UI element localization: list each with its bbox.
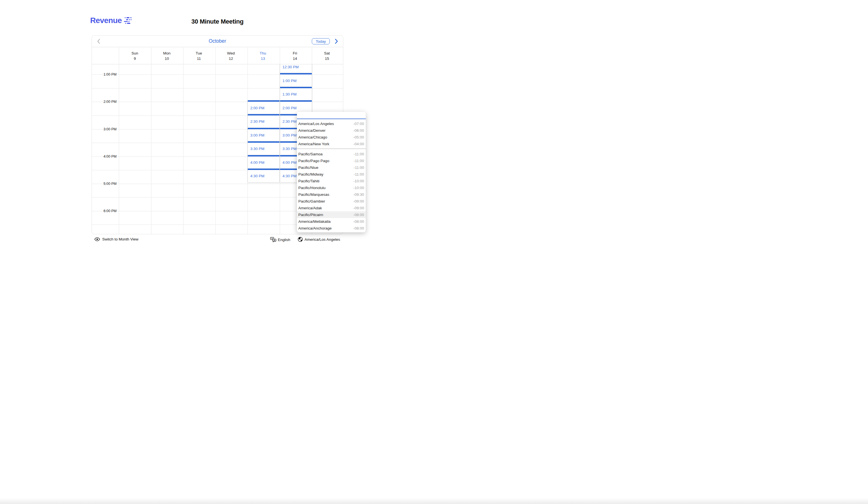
timezone-dropdown: America/Los Angeles-07:00America/Denver-… bbox=[297, 112, 366, 232]
time-slot-button-thu-230pm[interactable]: 2:30 PM bbox=[248, 114, 279, 128]
hour-label: 1:00 PM bbox=[92, 72, 116, 76]
timezone-option-offset: -04:00 bbox=[353, 142, 364, 146]
timezone-option-name: Pacific/Pitcairn bbox=[298, 213, 323, 217]
page-title: 30 Minute Meeting bbox=[92, 18, 343, 25]
time-slot-button-thu-330pm[interactable]: 3:30 PM bbox=[248, 141, 279, 155]
timezone-label: America/Los Angeles bbox=[304, 237, 340, 241]
hour-label: 4:00 PM bbox=[92, 155, 116, 158]
timezone-option-offset: -10:00 bbox=[353, 186, 364, 190]
timezone-option-name: Pacific/Gambier bbox=[298, 199, 325, 203]
timezone-option-offset: -09:30 bbox=[353, 193, 364, 197]
hour-label: 5:00 PM bbox=[92, 182, 116, 186]
timezone-option-offset: -07:00 bbox=[353, 122, 364, 126]
month-title: October bbox=[92, 38, 343, 44]
time-slot-button-fri-130pm[interactable]: 1:30 PM bbox=[280, 87, 312, 101]
day-header-mon: Mon10 bbox=[151, 48, 183, 64]
timezone-group-divider bbox=[297, 148, 366, 149]
timezone-option-offset: -08:00 bbox=[353, 226, 364, 230]
hour-label: 6:00 PM bbox=[92, 209, 116, 213]
timezone-option-name: Pacific/Honolulu bbox=[298, 186, 326, 190]
timezone-option-name: Pacific/Marquesas bbox=[298, 193, 329, 197]
timezone-option-name: Pacific/Midway bbox=[298, 172, 323, 176]
globe-icon bbox=[298, 237, 303, 242]
svg-text:A: A bbox=[273, 239, 275, 241]
timezone-option-offset: -11:00 bbox=[354, 159, 364, 163]
timezone-option-name: America/Metlakatla bbox=[298, 219, 331, 224]
timezone-option[interactable]: Pacific/Tahiti-10:00 bbox=[297, 177, 366, 184]
timezone-option-offset: -06:00 bbox=[353, 128, 364, 133]
timezone-option[interactable]: Pacific/Pago Pago-11:00 bbox=[297, 157, 366, 164]
timezone-option[interactable]: America/Los Angeles-07:00 bbox=[297, 120, 366, 127]
today-button[interactable]: Today bbox=[312, 38, 330, 44]
calendar-header: October Today bbox=[92, 36, 343, 47]
time-slot-button-thu-300pm[interactable]: 3:00 PM bbox=[248, 128, 279, 142]
timezone-option-name: America/New York bbox=[298, 142, 329, 146]
timezone-option-name: Pacific/Niue bbox=[298, 165, 318, 170]
switch-view-label: Switch to Month View bbox=[102, 237, 138, 241]
eye-icon bbox=[94, 237, 100, 241]
day-header-sat: Sat15 bbox=[311, 48, 343, 64]
time-slot-button-fri-1230pm[interactable]: 12:30 PM bbox=[280, 64, 312, 73]
timezone-option-name: Pacific/Tahiti bbox=[298, 179, 319, 183]
switch-to-month-view-button[interactable]: Switch to Month View bbox=[94, 237, 138, 241]
timezone-option-offset: -11:00 bbox=[354, 165, 364, 170]
hour-label: 3:00 PM bbox=[92, 127, 116, 131]
day-header-fri: Fri14 bbox=[279, 48, 311, 64]
language-button[interactable]: ★ A English bbox=[270, 237, 290, 243]
timezone-option-offset: -10:00 bbox=[353, 179, 364, 183]
timezone-option-offset: -11:00 bbox=[354, 172, 364, 176]
timezone-option[interactable]: America/Anchorage-08:00 bbox=[297, 225, 366, 232]
timezone-option-name: America/Adak bbox=[298, 206, 322, 210]
timezone-option[interactable]: America/Denver-06:00 bbox=[297, 127, 366, 134]
time-slot-button-thu-430pm[interactable]: 4:30 PM bbox=[248, 168, 279, 182]
timezone-option[interactable]: Pacific/Pitcairn-08:00 bbox=[297, 211, 366, 218]
timezone-search-input[interactable] bbox=[297, 112, 366, 119]
next-week-button[interactable] bbox=[333, 38, 340, 45]
timezone-list: America/Los Angeles-07:00America/Denver-… bbox=[297, 119, 366, 232]
day-header-tue: Tue11 bbox=[183, 48, 215, 64]
translate-icon: ★ A bbox=[270, 237, 276, 243]
timezone-option-name: Pacific/Samoa bbox=[298, 152, 322, 156]
time-slot-button-thu-400pm[interactable]: 4:00 PM bbox=[248, 155, 279, 169]
timezone-option[interactable]: America/Adak-09:00 bbox=[297, 205, 366, 211]
chevron-right-icon bbox=[333, 38, 340, 45]
timezone-option[interactable]: America/Chicago-05:00 bbox=[297, 134, 366, 141]
timezone-option-offset: -05:00 bbox=[353, 135, 364, 139]
day-header-sun: Sun9 bbox=[119, 48, 151, 64]
day-header-wed: Wed12 bbox=[215, 48, 247, 64]
timezone-option[interactable]: Pacific/Samoa-11:00 bbox=[297, 151, 366, 157]
timezone-option-offset: -11:00 bbox=[354, 152, 364, 156]
hour-label: 2:00 PM bbox=[92, 100, 116, 104]
day-header-thu: Thu13 bbox=[247, 48, 279, 64]
timezone-option-name: America/Los Angeles bbox=[298, 122, 334, 126]
timezone-option-name: America/Anchorage bbox=[298, 226, 332, 230]
language-label: English bbox=[278, 238, 290, 242]
timezone-option[interactable]: Pacific/Niue-11:00 bbox=[297, 164, 366, 171]
timezone-option-name: America/Denver bbox=[298, 128, 326, 133]
timezone-option[interactable]: Pacific/Gambier-09:00 bbox=[297, 198, 366, 205]
timezone-option[interactable]: America/Metlakatla-08:00 bbox=[297, 218, 366, 225]
timezone-option-offset: -09:00 bbox=[353, 199, 364, 203]
timezone-option-name: America/Chicago bbox=[298, 135, 327, 139]
timezone-option-offset: -09:00 bbox=[353, 206, 364, 210]
time-slot-button-fri-100pm[interactable]: 1:00 PM bbox=[280, 73, 312, 87]
day-header-row: Sun9Mon10Tue11Wed12Thu13Fri14Sat15 bbox=[92, 48, 343, 64]
svg-text:★: ★ bbox=[271, 237, 273, 239]
timezone-option-offset: -08:00 bbox=[353, 213, 364, 217]
timezone-option[interactable]: Pacific/Midway-11:00 bbox=[297, 171, 366, 177]
timezone-option[interactable]: Pacific/Marquesas-09:30 bbox=[297, 191, 366, 198]
time-slot-button-thu-200pm[interactable]: 2:00 PM bbox=[248, 100, 279, 114]
timezone-footer-button[interactable]: America/Los Angeles bbox=[298, 237, 340, 242]
timezone-option[interactable]: America/New York-04:00 bbox=[297, 141, 366, 147]
timezone-option-offset: -08:00 bbox=[353, 219, 364, 224]
timezone-option[interactable]: Pacific/Honolulu-10:00 bbox=[297, 184, 366, 191]
timezone-option-name: Pacific/Pago Pago bbox=[298, 159, 329, 163]
